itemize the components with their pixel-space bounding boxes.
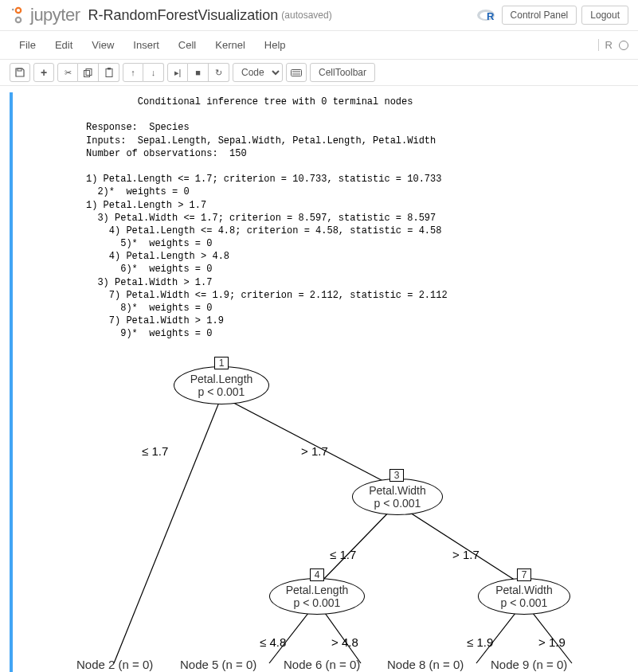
add-cell-button[interactable]: + [33, 63, 54, 82]
node-4: Petal.Length p < 0.001 [269, 578, 365, 615]
leaf-2-label: Node 2 (n = 0) [76, 658, 153, 671]
keyboard-icon [291, 69, 302, 76]
menu-kernel[interactable]: Kernel [205, 34, 255, 56]
arrow-up-icon: ↑ [131, 68, 135, 77]
node-3-id: 3 [389, 469, 404, 482]
paste-button[interactable] [99, 63, 119, 82]
menubar: File Edit View Insert Cell Kernel Help R [0, 31, 638, 60]
paste-icon [105, 68, 113, 77]
jupyter-icon [10, 6, 27, 24]
cut-icon: ✂ [65, 68, 72, 78]
control-panel-button[interactable]: Control Panel [502, 6, 577, 25]
tree-edges [30, 349, 636, 672]
menu-help[interactable]: Help [255, 34, 296, 56]
node-1: Petal.Length p < 0.001 [174, 366, 269, 404]
node-3-p: p < 0.001 [374, 497, 421, 510]
jupyter-logo-text: jupyter [30, 5, 80, 25]
svg-rect-8 [86, 68, 92, 75]
menu-edit[interactable]: Edit [45, 34, 82, 56]
menu-cell[interactable]: Cell [169, 34, 205, 56]
svg-text:R: R [487, 10, 495, 22]
cell-type-select[interactable]: Code [233, 63, 283, 82]
node-7: Petal.Width p < 0.001 [478, 578, 570, 615]
notebook-header: jupyter R-RandomForestVisualization (aut… [0, 0, 638, 31]
node-7-p: p < 0.001 [501, 596, 548, 609]
restart-button[interactable]: ↻ [209, 63, 229, 82]
svg-rect-11 [292, 69, 302, 76]
leaf-9-label: Node 9 (n = 0) [491, 658, 567, 671]
kernel-indicator-icon [619, 41, 628, 50]
menu-view[interactable]: View [82, 34, 123, 56]
node-3-right: > 1.7 [452, 548, 479, 561]
run-button[interactable]: ▸| [167, 63, 188, 82]
node-1-right: > 1.7 [301, 444, 328, 458]
logout-button[interactable]: Logout [581, 6, 628, 25]
copy-button[interactable] [78, 63, 99, 82]
leaf-6-label: Node 6 (n = 0) [284, 658, 360, 671]
tree-plot: 1 Petal.Length p < 0.001 ≤ 1.7 > 1.7 3 P… [30, 349, 636, 672]
arrow-down-icon: ↓ [151, 68, 156, 77]
jupyter-logo[interactable]: jupyter [10, 5, 80, 25]
node-1-id: 1 [214, 357, 229, 369]
node-4-right: > 4.8 [331, 635, 358, 649]
stop-icon: ■ [195, 68, 201, 77]
node-1-left: ≤ 1.7 [142, 444, 168, 458]
svg-line-14 [114, 397, 221, 663]
step-forward-icon: ▸| [174, 68, 182, 78]
interrupt-button[interactable]: ■ [188, 63, 209, 82]
svg-rect-7 [84, 70, 90, 76]
node-3-left: ≤ 1.7 [330, 548, 356, 561]
node-3: Petal.Width p < 0.001 [352, 479, 443, 515]
move-down-button[interactable]: ↓ [143, 63, 164, 82]
svg-line-16 [317, 504, 397, 586]
svg-rect-9 [106, 69, 112, 77]
svg-line-15 [221, 397, 397, 488]
save-button[interactable] [10, 63, 30, 82]
copy-icon [84, 68, 92, 77]
node-7-var: Petal.Width [495, 584, 553, 596]
toolbar: + ✂ ↑ ↓ ▸| ■ ↻ Code CellToolbar [0, 60, 638, 86]
command-palette-button[interactable] [286, 63, 307, 82]
cell-toolbar-button[interactable]: CellToolbar [310, 63, 375, 82]
autosave-status: (autosaved) [281, 10, 331, 21]
notebook-title[interactable]: R-RandomForestVisualization [88, 7, 279, 24]
leaf-5-label: Node 5 (n = 0) [180, 658, 256, 671]
svg-rect-6 [18, 68, 22, 71]
svg-point-0 [16, 8, 21, 13]
save-icon [15, 68, 25, 77]
svg-rect-10 [108, 68, 111, 70]
node-3-var: Petal.Width [369, 484, 426, 497]
node-7-id: 7 [517, 568, 531, 581]
cut-button[interactable]: ✂ [57, 63, 78, 82]
node-7-left: ≤ 1.9 [467, 635, 493, 649]
r-kernel-logo: R [476, 6, 497, 24]
leaf-8-label: Node 8 (n = 0) [387, 658, 464, 671]
notebook-container: Conditional inference tree with 0 termin… [0, 86, 638, 672]
kernel-name: R [598, 39, 613, 51]
svg-line-17 [397, 504, 524, 586]
node-1-var: Petal.Length [190, 373, 253, 385]
node-4-left: ≤ 4.8 [260, 635, 286, 649]
move-up-button[interactable]: ↑ [123, 63, 143, 82]
svg-point-2 [12, 9, 14, 11]
menu-file[interactable]: File [10, 34, 45, 56]
cell-output-text: Conditional inference tree with 0 termin… [14, 92, 624, 349]
node-1-p: p < 0.001 [198, 385, 245, 398]
node-4-id: 4 [310, 568, 324, 581]
menu-insert[interactable]: Insert [123, 34, 169, 56]
code-cell[interactable]: Conditional inference tree with 0 termin… [10, 92, 628, 672]
refresh-icon: ↻ [215, 68, 222, 78]
plus-icon: + [41, 66, 47, 79]
svg-point-1 [16, 18, 21, 22]
node-4-var: Petal.Length [286, 584, 349, 596]
node-4-p: p < 0.001 [294, 596, 341, 609]
node-7-right: > 1.9 [538, 635, 566, 649]
